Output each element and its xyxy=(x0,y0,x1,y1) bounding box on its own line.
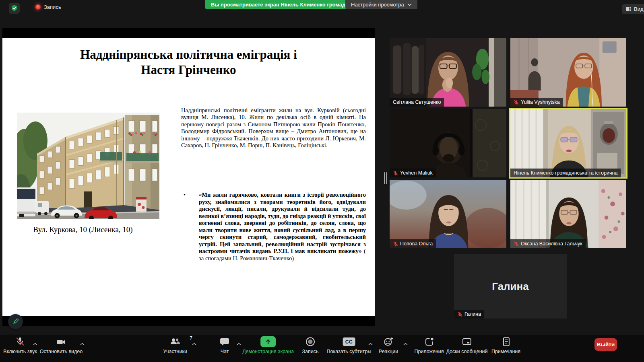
presentation-slide: Наддніпрянська політична еміграція і Нас… xyxy=(2,38,375,316)
view-settings-button[interactable]: Настройки просмотра xyxy=(345,0,417,9)
video-tile-oksana[interactable]: Оксана Василівна Гальчук xyxy=(510,180,626,248)
participant-name: Світлана Євтушенко xyxy=(393,99,441,105)
record-button[interactable]: Запись xyxy=(302,336,318,354)
apps-label: Приложения xyxy=(414,349,444,354)
participant-display-name: Галина xyxy=(454,254,567,319)
reactions-smiley-icon xyxy=(383,336,394,347)
slide-title: Наддніпрянська політична еміграція і Нас… xyxy=(2,47,375,78)
video-tile-galina-camera-off[interactable]: Галина Галина xyxy=(454,254,567,319)
video-options-chevron[interactable] xyxy=(80,340,85,347)
participant-name-tag: Yevhen Maliuk xyxy=(390,169,436,177)
participant-video xyxy=(390,38,506,107)
stop-video-button[interactable]: Остановить видео xyxy=(40,336,83,354)
participant-video xyxy=(510,38,626,107)
chat-bubble-icon xyxy=(219,337,230,347)
participant-name: Yuliia Vyshnytska xyxy=(521,99,560,105)
muted-mic-icon xyxy=(15,336,26,347)
shared-screen: Наддніпрянська політична еміграція і Нас… xyxy=(2,28,375,326)
notes-icon xyxy=(500,336,511,347)
participant-name: Нінель Клименко громадянська та історичн… xyxy=(514,170,617,176)
chevron-down-icon xyxy=(407,3,412,6)
slide-title-line1: Наддніпрянська політична еміграція і xyxy=(2,47,375,62)
whiteboard-icon xyxy=(462,336,473,347)
recording-dot-icon xyxy=(35,4,41,10)
participant-name-tag: Оксана Василівна Гальчук xyxy=(510,239,586,248)
participant-name-tag: Yuliia Vyshnytska xyxy=(510,98,563,107)
video-tile-yuliia[interactable]: Yuliia Vyshnytska xyxy=(510,38,626,107)
shield-icon xyxy=(10,4,18,12)
notes-label: Примечания xyxy=(491,349,520,354)
participants-options-chevron[interactable] xyxy=(192,340,196,347)
captions-label: Показать субтитры xyxy=(327,349,372,354)
mic-options-chevron[interactable] xyxy=(33,340,37,347)
recording-label: Запись xyxy=(44,4,61,10)
captions-button[interactable]: CC Показать субтитры xyxy=(327,336,372,354)
meeting-toolbar: Включить звук Остановить видео 7 Участни… xyxy=(0,335,644,362)
reactions-button[interactable]: Реакции xyxy=(379,336,398,354)
chat-options-chevron[interactable] xyxy=(237,340,241,347)
video-tile-yevhen[interactable]: Yevhen Maliuk xyxy=(390,109,506,177)
slide-title-line2: Настя Грінченко xyxy=(2,62,375,78)
chat-button[interactable]: Чат xyxy=(219,336,230,354)
participant-video xyxy=(390,180,506,248)
photo-caption: Вул. Куркова, 10 (Лисенка, 10) xyxy=(14,225,151,234)
muted-mic-icon xyxy=(457,312,462,317)
participant-name-tag: Нінель Клименко громадянська та історичн… xyxy=(510,169,621,177)
screen-share-icon xyxy=(260,336,276,347)
participant-name: Yevhen Maliuk xyxy=(400,170,433,176)
notes-button[interactable]: Примечания xyxy=(491,336,520,354)
annotate-pencil-button[interactable] xyxy=(8,314,23,329)
unmute-button[interactable]: Включить звук xyxy=(3,336,37,354)
unmute-label: Включить звук xyxy=(3,349,37,354)
view-grid-icon xyxy=(625,6,632,12)
captions-options-chevron[interactable] xyxy=(368,340,373,347)
participant-name-tag: Галина xyxy=(454,310,484,319)
slide-bullet-quote: • «Ми жили гарячково, ковтали книги з іс… xyxy=(182,191,366,262)
bullet-marker: • xyxy=(184,191,186,199)
participant-name: Попова Ольга xyxy=(400,241,433,247)
reactions-label: Реакции xyxy=(379,349,398,354)
view-label: Вид xyxy=(634,6,644,12)
participant-name: Галина xyxy=(464,311,481,317)
screen-share-button[interactable]: Демонстрация экрана xyxy=(242,336,294,354)
muted-mic-icon xyxy=(393,171,398,176)
reactions-options-chevron[interactable] xyxy=(403,340,408,347)
muted-mic-icon xyxy=(514,241,519,247)
recording-indicator: Запись xyxy=(35,4,61,10)
panel-resize-handle[interactable] xyxy=(384,172,388,184)
participants-label: Участники xyxy=(163,349,187,354)
stop-video-label: Остановить видео xyxy=(40,349,83,354)
apps-icon xyxy=(424,337,434,347)
leave-meeting-button[interactable]: Выйти xyxy=(594,338,617,351)
muted-mic-icon xyxy=(514,100,519,105)
whiteboards-label: Доски сообщений xyxy=(446,349,487,354)
participant-name: Оксана Василівна Гальчук xyxy=(521,241,582,247)
participant-video xyxy=(510,109,626,177)
apps-button[interactable]: Приложения xyxy=(414,336,444,354)
muted-mic-icon xyxy=(393,241,398,247)
participant-name-tag: Світлана Євтушенко xyxy=(390,98,444,107)
video-tile-svitlana[interactable]: Світлана Євтушенко xyxy=(390,38,506,107)
record-icon xyxy=(305,336,316,347)
view-button[interactable]: Вид xyxy=(622,4,644,14)
participant-name-tag: Попова Ольга xyxy=(390,239,436,248)
participant-video xyxy=(390,109,506,177)
video-tile-popova[interactable]: Попова Ольга xyxy=(390,180,506,248)
video-tile-ninel-active-speaker[interactable]: Нінель Клименко громадянська та історичн… xyxy=(510,109,626,177)
pencil-icon xyxy=(11,317,20,326)
view-settings-label: Настройки просмотра xyxy=(351,2,404,8)
camera-icon xyxy=(56,337,66,347)
slide-photo-lviv-building xyxy=(17,113,159,219)
screen-share-label: Демонстрация экрана xyxy=(242,349,294,354)
whiteboards-button[interactable]: Доски сообщений xyxy=(446,336,487,354)
participants-icon xyxy=(170,336,181,347)
cc-icon: CC xyxy=(343,337,355,346)
participant-video xyxy=(510,180,626,248)
participants-button[interactable]: 7 Участники xyxy=(163,336,187,354)
record-label: Запись xyxy=(302,349,318,354)
chat-label: Чат xyxy=(219,349,230,354)
quote-bold-text: «Ми жили гарячково, ковтали книги з істо… xyxy=(199,191,366,254)
slide-paragraph: Наддніпрянські політичні емігранти жили … xyxy=(181,107,366,149)
security-shield-button[interactable] xyxy=(9,3,20,14)
